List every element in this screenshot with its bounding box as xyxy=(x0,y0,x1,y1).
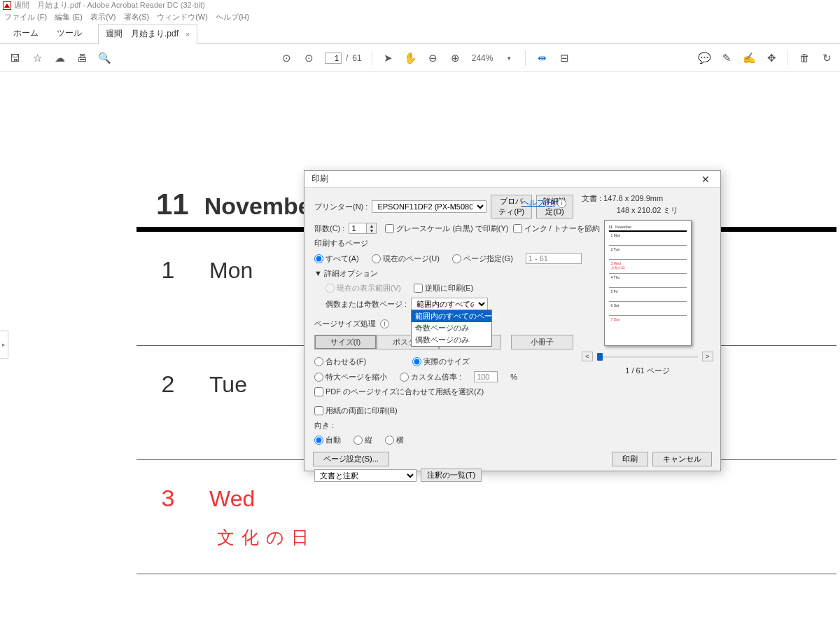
print-icon[interactable]: 🖶 xyxy=(76,52,88,64)
highlight-icon[interactable]: ✎ xyxy=(720,52,733,64)
preview-next-button[interactable]: > xyxy=(702,352,713,361)
sign-icon[interactable]: ✍ xyxy=(743,52,755,64)
page-number-input[interactable] xyxy=(325,53,342,64)
reverse-checkbox[interactable]: 逆順に印刷(E) xyxy=(414,283,474,293)
rb-orient-auto[interactable]: 自動 xyxy=(314,435,341,445)
rb-all[interactable]: すべて(A) xyxy=(314,254,359,264)
star-icon[interactable]: ☆ xyxy=(31,52,43,64)
preview-dimensions: 148 x 210.02 ミリ xyxy=(582,205,713,216)
window-title: 週間 月始まり.pdf - Adobe Acrobat Reader DC (3… xyxy=(14,0,205,11)
oddeven-select[interactable]: 範囲内のすべてのページ xyxy=(411,298,488,310)
side-panel-toggle[interactable]: ▸ xyxy=(0,331,8,359)
print-dialog: 印刷 ✕ プリンター(N) : EPSONF11DF2 (PX-M5080F S… xyxy=(304,170,721,471)
help-link[interactable]: ヘルプ(H) xyxy=(522,198,555,207)
menu-file[interactable]: ファイル (F) xyxy=(4,12,47,22)
copies-spinner[interactable]: ▲▼ xyxy=(349,223,377,234)
printer-select[interactable]: EPSONF11DF2 (PX-M5080F Series) xyxy=(372,200,486,213)
rb-shrink[interactable]: 特大ページを縮小 xyxy=(314,372,387,382)
document-dimensions: 文書 : 147.8 x 209.9mm xyxy=(582,193,713,204)
pages-section-title: 印刷するページ xyxy=(314,238,573,249)
save-icon[interactable]: 🖫 xyxy=(8,52,21,64)
orientation-label: 向き : xyxy=(314,420,573,431)
choose-paper-checkbox[interactable]: PDF のページサイズに合わせて用紙を選択(Z) xyxy=(314,387,573,397)
custom-scale-input[interactable] xyxy=(474,371,498,382)
zoom-in-icon[interactable]: ⊕ xyxy=(449,52,462,64)
tab-tools[interactable]: ツール xyxy=(48,23,91,43)
tab-home[interactable]: ホーム xyxy=(4,23,48,43)
copies-label: 部数(C) : xyxy=(314,223,344,234)
fit-page-icon[interactable]: ⊟ xyxy=(558,52,570,64)
menu-view[interactable]: 表示(V) xyxy=(90,12,116,22)
rb-actual[interactable]: 実際のサイズ xyxy=(412,356,470,367)
menu-sign[interactable]: 署名(S) xyxy=(124,12,150,22)
preview-prev-button[interactable]: < xyxy=(582,352,593,361)
copies-input[interactable] xyxy=(349,223,367,234)
zoom-out-icon[interactable]: ⊖ xyxy=(427,52,440,64)
toolbar-separator xyxy=(525,50,526,66)
rb-custom[interactable]: カスタム倍率 : xyxy=(400,372,461,382)
oddeven-label: 偶数または奇数ページ : xyxy=(326,299,407,310)
cloud-icon[interactable]: ☁ xyxy=(53,52,66,64)
page-setup-button[interactable]: ページ設定(S)... xyxy=(313,452,389,466)
size-section-title: ページサイズ処理 xyxy=(314,319,376,329)
page-range-input[interactable] xyxy=(526,253,582,264)
print-button[interactable]: 印刷 xyxy=(612,452,648,466)
spinner-up-icon[interactable]: ▲ xyxy=(367,223,376,228)
acrobat-logo-icon xyxy=(3,1,11,10)
spinner-down-icon[interactable]: ▼ xyxy=(367,228,376,233)
menu-help[interactable]: ヘルプ(H) xyxy=(216,12,249,22)
calendar-day-name: Tue xyxy=(209,372,247,398)
toolbar-separator xyxy=(372,50,372,66)
tab-document[interactable]: 週間 月始まり.pdf × xyxy=(98,24,197,45)
calendar-month-number: 11 xyxy=(156,188,189,221)
rb-fit[interactable]: 合わせる(F) xyxy=(314,356,366,367)
toolbar-separator xyxy=(788,50,788,66)
oddeven-option[interactable]: 範囲内のすべてのページ xyxy=(412,310,491,322)
search-icon[interactable]: 🔍 xyxy=(98,52,111,64)
arrow-cursor-icon[interactable]: ➤ xyxy=(382,52,395,64)
sizetab-booklet[interactable]: 小冊子 xyxy=(511,335,573,349)
page-up-icon[interactable]: ⊙ xyxy=(280,52,293,64)
rb-current[interactable]: 現在のページ(U) xyxy=(372,254,440,264)
duplex-checkbox[interactable]: 用紙の両面に印刷(B) xyxy=(314,405,573,416)
print-preview: 11November 1 Mon 2 Tue 3 Wed文化の日 4 Thu 5… xyxy=(604,220,692,346)
comments-select[interactable]: 文書と注釈 xyxy=(314,469,416,482)
rb-orient-portrait[interactable]: 縦 xyxy=(354,435,372,445)
preview-page-label: 1 / 61 ページ xyxy=(582,366,713,376)
rotate-icon[interactable]: ↻ xyxy=(820,52,833,64)
calendar-holiday-label: 文化の日 xyxy=(150,526,326,549)
grayscale-checkbox[interactable]: グレースケール (白黒) で印刷(Y) xyxy=(385,223,508,234)
page-sep: / xyxy=(346,53,348,63)
info-icon[interactable]: i xyxy=(380,319,389,328)
preview-slider-thumb[interactable] xyxy=(597,353,603,361)
oddeven-option[interactable]: 偶数ページのみ xyxy=(412,334,491,346)
rb-orient-landscape[interactable]: 横 xyxy=(385,435,404,445)
cancel-button[interactable]: キャンセル xyxy=(652,452,712,466)
tab-document-label: 週間 月始まり.pdf xyxy=(106,28,178,40)
fit-width-icon[interactable]: ⇹ xyxy=(536,52,548,64)
menu-window[interactable]: ウィンドウ(W) xyxy=(157,12,208,22)
page-down-icon[interactable]: ⊙ xyxy=(302,52,315,64)
calendar-day-name: Mon xyxy=(209,258,253,284)
help-icon[interactable]: i xyxy=(557,199,566,208)
oddeven-dropdown-popup: 範囲内のすべてのページ 奇数ページのみ 偶数ページのみ xyxy=(411,310,492,347)
oddeven-option[interactable]: 奇数ページのみ xyxy=(412,322,491,334)
chevron-down-icon[interactable]: ▾ xyxy=(503,52,515,64)
rb-current-view[interactable]: 現在の表示範囲(V) xyxy=(326,283,401,293)
stamp-icon[interactable]: ✥ xyxy=(765,52,778,64)
close-icon[interactable]: ✕ xyxy=(695,174,716,185)
calendar-day-number: 1 xyxy=(150,256,186,284)
comment-icon[interactable]: 💬 xyxy=(698,52,710,64)
rb-range[interactable]: ページ指定(G) xyxy=(452,254,513,264)
page-total: 61 xyxy=(352,53,361,63)
sizetab-size[interactable]: サイズ(I) xyxy=(314,335,377,349)
tab-close-icon[interactable]: × xyxy=(186,30,190,39)
comments-list-button[interactable]: 注釈の一覧(T) xyxy=(421,469,482,482)
menu-edit[interactable]: 編集 (E) xyxy=(55,12,83,22)
delete-icon[interactable]: 🗑 xyxy=(798,52,811,64)
calendar-day-number: 3 xyxy=(150,485,186,512)
zoom-value[interactable]: 244% xyxy=(472,53,493,63)
more-options-toggle[interactable]: ▼ 詳細オプション xyxy=(314,268,573,279)
hand-icon[interactable]: ✋ xyxy=(405,52,417,64)
preview-slider[interactable] xyxy=(597,356,698,358)
